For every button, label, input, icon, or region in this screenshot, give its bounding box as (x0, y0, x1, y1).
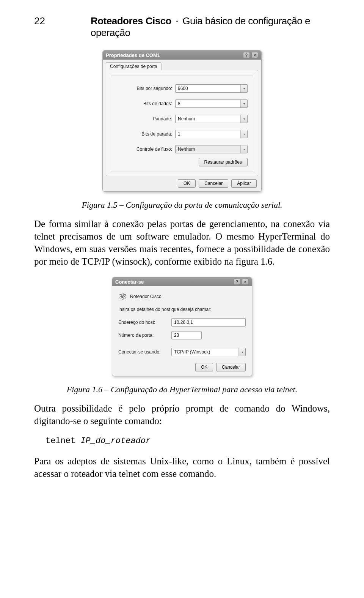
com1-properties-dialog: Propriedades de COM1 ? × Configurações d… (102, 50, 262, 192)
help-icon[interactable]: ? (234, 279, 240, 285)
label-parity: Paridade: (116, 116, 175, 121)
telnet-command: telnet IP_do_roteador (46, 436, 330, 446)
apply-button[interactable]: Aplicar (231, 179, 257, 188)
dialog-title: Propriedades de COM1 (106, 52, 160, 58)
combo-parity[interactable]: Nenhum ▾ (175, 115, 248, 123)
combo-value: Nenhum (178, 116, 240, 121)
ok-button[interactable]: OK (178, 179, 196, 188)
dialog-title: Conectar-se (115, 279, 144, 285)
body-paragraph-3: Para os adeptos de sistemas Unix-like, c… (34, 455, 330, 480)
label-flow-control: Controle de fluxo: (116, 147, 175, 152)
connection-name: Roteador Cisco (130, 294, 162, 299)
body-paragraph-2: Outra possibilidade é pelo próprio promp… (34, 402, 330, 427)
help-icon[interactable]: ? (243, 52, 250, 58)
connection-icon: ⚛ (118, 292, 127, 301)
close-icon[interactable]: × (251, 52, 258, 58)
chevron-down-icon[interactable]: ▾ (238, 348, 245, 356)
figure-1-6-caption: Figura 1.6 – Configuração do HyperTermin… (34, 385, 330, 394)
figure-1-5-caption: Figura 1.5 – Configuração da porta de co… (34, 200, 330, 210)
combo-value: 1 (178, 131, 240, 137)
instruction-text: Insira os detalhes do host que deseja ch… (118, 307, 246, 312)
combo-value: Nenhum (178, 147, 240, 152)
code-argument: IP_do_roteador (80, 436, 151, 446)
chevron-down-icon[interactable]: ▾ (240, 85, 247, 92)
body-paragraph-1: De forma similar à conexão pelas portas … (34, 218, 330, 268)
port-settings-pane: Bits por segundo: 9600 ▾ Bits de dados: … (106, 70, 258, 176)
code-command: telnet (46, 436, 75, 446)
combo-stop-bits[interactable]: 1 ▾ (175, 130, 248, 138)
page-number: 22 (34, 15, 45, 27)
port-settings-group: Bits por segundo: 9600 ▾ Bits de dados: … (111, 76, 253, 172)
combo-connect-using[interactable]: TCP/IP (Winsock) ▾ (171, 348, 246, 356)
host-address-input[interactable] (171, 318, 246, 327)
combo-flow-control[interactable]: Nenhum ▾ (175, 145, 248, 153)
dialog-titlebar[interactable]: Propriedades de COM1 ? × (103, 50, 261, 60)
close-icon[interactable]: × (242, 279, 249, 285)
combo-data-bits[interactable]: 8 ▾ (175, 99, 248, 108)
combo-value: 9600 (178, 86, 240, 91)
cancel-button[interactable]: Cancelar (199, 179, 228, 188)
ok-button[interactable]: OK (195, 363, 213, 371)
combo-bits-per-second[interactable]: 9600 ▾ (175, 84, 248, 93)
chevron-down-icon[interactable]: ▾ (240, 115, 247, 123)
label-host-address: Endereço do host: (118, 320, 171, 325)
header-separator: • (174, 19, 180, 24)
chevron-down-icon[interactable]: ▾ (240, 130, 247, 138)
label-connect-using: Conectar-se usando: (118, 349, 171, 355)
label-bits-per-second: Bits por segundo: (116, 86, 175, 91)
connect-dialog: Conectar-se ? × ⚛ Roteador Cisco Insira … (112, 277, 252, 376)
restore-defaults-button[interactable]: Restaurar padrões (199, 158, 248, 166)
label-stop-bits: Bits de parada: (116, 131, 175, 137)
chevron-down-icon[interactable]: ▾ (240, 145, 247, 153)
tab-port-settings[interactable]: Configurações de porta (106, 62, 162, 70)
chevron-down-icon[interactable]: ▾ (240, 100, 247, 107)
label-port-number: Número da porta: (118, 333, 171, 338)
label-data-bits: Bits de dados: (116, 101, 175, 106)
cancel-button[interactable]: Cancelar (216, 363, 246, 371)
combo-value: 8 (178, 101, 240, 106)
dialog-titlebar[interactable]: Conectar-se ? × (112, 277, 252, 286)
port-number-input[interactable] (171, 331, 202, 339)
combo-value: TCP/IP (Winsock) (174, 349, 238, 355)
running-header: Roteadores Cisco • Guia básico de config… (91, 15, 330, 39)
book-title-left: Roteadores Cisco (91, 15, 171, 27)
